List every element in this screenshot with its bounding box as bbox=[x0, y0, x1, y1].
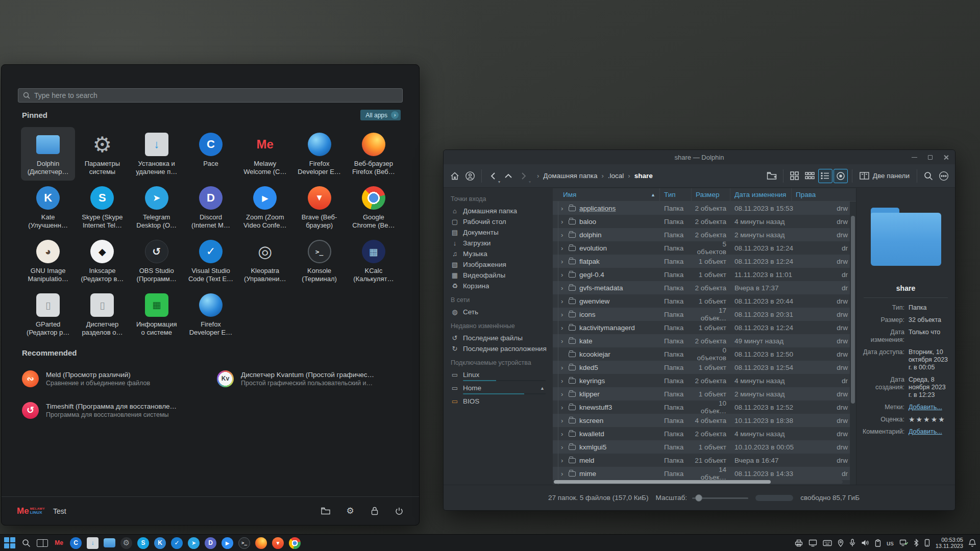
app-tile[interactable]: Firefox Developer E… bbox=[184, 288, 238, 341]
expand-arrow-icon[interactable] bbox=[561, 297, 565, 305]
taskbar-app-icon[interactable]: ↓ bbox=[87, 537, 99, 549]
eject-icon[interactable]: ▲ bbox=[540, 386, 549, 391]
table-row[interactable]: icons Папка 17 объек… 08.11.2023 в 20:31… bbox=[553, 308, 850, 321]
expand-arrow-icon[interactable] bbox=[561, 244, 565, 252]
expand-arrow-icon[interactable] bbox=[561, 417, 565, 424]
close-button[interactable] bbox=[943, 155, 949, 160]
app-tile[interactable]: ▦ Информация о системе bbox=[130, 288, 184, 341]
taskbar-app-icon[interactable] bbox=[255, 537, 267, 549]
printer-icon[interactable] bbox=[795, 539, 803, 547]
notifications-bell-icon[interactable] bbox=[969, 539, 976, 547]
app-tile[interactable]: ◆ Inkscape (Редактор в… bbox=[75, 234, 129, 288]
places-item[interactable]: ▧ Изображения bbox=[451, 259, 549, 270]
taskbar-app-icon[interactable] bbox=[104, 538, 115, 547]
taskbar-app-icon[interactable] bbox=[289, 537, 301, 549]
maximize-button[interactable] bbox=[927, 155, 933, 160]
keyboard-icon[interactable] bbox=[823, 540, 832, 546]
app-tile[interactable]: K Kate (Улучшенн… bbox=[21, 181, 75, 234]
breadcrumb-share[interactable]: share bbox=[634, 172, 653, 180]
places-item[interactable]: ↓ Загрузки bbox=[451, 238, 549, 248]
app-tile[interactable]: S Skype (Skype Internet Tel… bbox=[75, 181, 129, 234]
app-tile[interactable]: ▯ Диспетчер разделов о… bbox=[75, 288, 129, 341]
back-button[interactable]: ▾ bbox=[486, 169, 500, 183]
taskbar-app-icon[interactable]: C bbox=[70, 537, 82, 549]
app-tile[interactable]: ◕ GNU Image Manipulatio… bbox=[21, 234, 75, 288]
screen-share-icon[interactable] bbox=[808, 539, 817, 547]
app-tile[interactable]: Dolphin (Диспетчер… bbox=[21, 127, 75, 181]
search-input[interactable]: Type here to search bbox=[18, 88, 403, 103]
taskbar-app-icon[interactable]: Me bbox=[53, 537, 65, 549]
expand-arrow-icon[interactable] bbox=[561, 457, 565, 464]
recommended-app[interactable]: ↺ Timeshift (Программа для восстановле… … bbox=[22, 394, 197, 426]
minimize-button[interactable] bbox=[912, 155, 917, 160]
table-row[interactable]: gwenview Папка 1 объект 08.11.2023 в 20:… bbox=[553, 294, 850, 308]
zoom-slider[interactable] bbox=[692, 494, 748, 502]
expand-arrow-icon[interactable] bbox=[561, 364, 565, 371]
breadcrumb-home[interactable]: Домашняя папка bbox=[543, 172, 597, 180]
search-button[interactable] bbox=[921, 169, 936, 183]
taskbar-app-icon[interactable]: ➤ bbox=[188, 537, 200, 549]
expand-arrow-icon[interactable] bbox=[561, 443, 565, 451]
clipboard-icon[interactable] bbox=[875, 539, 881, 547]
lock-button[interactable] bbox=[370, 507, 379, 516]
app-tile[interactable]: Веб-браузер Firefox (Веб… bbox=[347, 127, 401, 181]
app-tile[interactable]: D Discord (Internet M… bbox=[184, 181, 238, 234]
column-header-name[interactable]: Имя ▲ bbox=[553, 188, 660, 201]
table-row[interactable]: dolphin Папка 2 объекта 2 минуты назад d… bbox=[553, 228, 850, 241]
table-row[interactable]: kate Папка 2 объекта 49 минут назад drw bbox=[553, 334, 850, 347]
places-item[interactable]: ♻ Корзина bbox=[451, 281, 549, 291]
volume-icon[interactable] bbox=[861, 539, 869, 546]
forward-button[interactable]: ▾ bbox=[517, 169, 531, 183]
all-apps-button[interactable]: All apps › bbox=[360, 110, 401, 120]
settings-button[interactable]: ⚙ bbox=[346, 507, 355, 516]
app-tile[interactable]: C Pace bbox=[184, 127, 238, 181]
table-row[interactable]: kwalletd Папка 2 объекта 4 минуты назад … bbox=[553, 427, 850, 440]
table-row[interactable]: meld Папка 21 объект Вчера в 16:47 drw bbox=[553, 454, 850, 467]
table-row[interactable]: kded5 Папка 1 объект 08.11.2023 в 12:54 … bbox=[553, 361, 850, 374]
table-row[interactable]: kactivitymanagerd Папка 1 объект 08.11.2… bbox=[553, 321, 850, 334]
expand-arrow-icon[interactable] bbox=[561, 337, 565, 345]
table-row[interactable]: mime Папка 14 объек… 08.11.2023 в 14:33 … bbox=[553, 467, 850, 480]
taskbar-app-icon[interactable]: >_ bbox=[238, 537, 250, 549]
taskbar-app-icon[interactable]: ⚙ bbox=[120, 537, 132, 549]
virtual-desktop-pager[interactable] bbox=[37, 537, 48, 548]
expand-arrow-icon[interactable] bbox=[561, 284, 565, 292]
table-row[interactable]: keyrings Папка 2 объекта 4 минуты назад … bbox=[553, 374, 850, 387]
table-row[interactable]: gvfs-metadata Папка 2 объекта Вчера в 17… bbox=[553, 281, 850, 294]
clock[interactable]: 00:53:05 13.11.2023 bbox=[936, 537, 963, 549]
app-tile[interactable]: ◎ Kleopatra (Управлени… bbox=[238, 234, 292, 288]
expand-arrow-icon[interactable] bbox=[561, 311, 565, 318]
new-tab-button[interactable] bbox=[765, 169, 779, 183]
app-tile[interactable]: ↓ Установка и удаление п… bbox=[130, 127, 184, 181]
device-item[interactable]: ▭ BIOS bbox=[451, 396, 549, 407]
taskbar-search-button[interactable] bbox=[20, 537, 32, 548]
up-button[interactable] bbox=[501, 169, 516, 183]
expand-arrow-icon[interactable] bbox=[561, 390, 565, 398]
table-row[interactable]: kxmlgui5 Папка 1 объект 10.10.2023 в 00:… bbox=[553, 440, 850, 454]
column-header-size[interactable]: Размер bbox=[692, 188, 730, 201]
table-row[interactable]: klipper Папка 1 объект 2 минуты назад dr… bbox=[553, 387, 850, 400]
tablet-icon[interactable] bbox=[924, 539, 930, 547]
taskbar-app-icon[interactable]: ✓ bbox=[171, 537, 183, 549]
app-tile[interactable]: Me Melawy Welcome (C… bbox=[238, 127, 292, 181]
network-icon[interactable] bbox=[899, 539, 908, 546]
places-item[interactable]: ⌂ Домашняя папка bbox=[451, 206, 549, 216]
power-button[interactable] bbox=[395, 507, 404, 516]
microphone-icon[interactable] bbox=[849, 539, 855, 547]
split-view-button[interactable]: Две панели bbox=[856, 169, 913, 183]
expand-arrow-icon[interactable] bbox=[561, 404, 565, 411]
taskbar-app-icon[interactable]: S bbox=[137, 537, 149, 549]
table-row[interactable]: gegl-0.4 Папка 1 объект 11.11.2023 в 11:… bbox=[553, 268, 850, 281]
breadcrumb-local[interactable]: .local bbox=[608, 172, 624, 180]
places-item[interactable]: ▤ Документы bbox=[451, 227, 549, 238]
titlebar[interactable]: share — Dolphin bbox=[444, 150, 955, 164]
horizontal-scrollbar[interactable] bbox=[554, 480, 843, 484]
places-item[interactable]: ▦ Видеофайлы bbox=[451, 270, 549, 281]
taskbar-app-icon[interactable]: D bbox=[205, 537, 216, 549]
places-item[interactable]: ↻ Последние расположения bbox=[451, 343, 549, 354]
expand-arrow-icon[interactable] bbox=[561, 231, 565, 239]
home-button[interactable] bbox=[448, 169, 462, 183]
app-tile[interactable]: ▶ Zoom (Zoom Video Confe… bbox=[238, 181, 292, 234]
app-tile[interactable]: ▼ Brave (Веб- браузер) bbox=[292, 181, 346, 234]
recommended-app[interactable]: ∾ Meld (Просмотр различий) Сравнение и о… bbox=[22, 363, 197, 394]
